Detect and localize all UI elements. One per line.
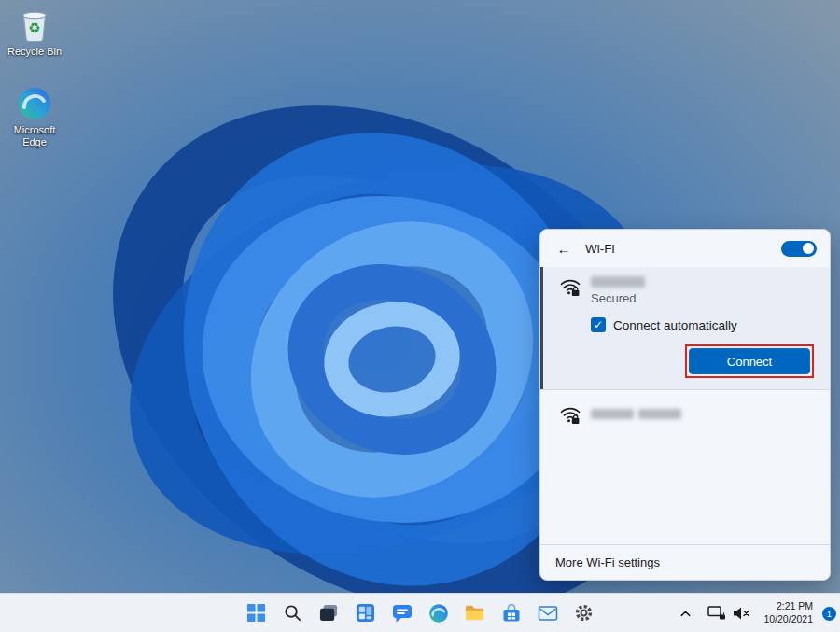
wifi-flyout-panel: ← Wi-Fi Secured [539,229,831,581]
widgets-button[interactable] [350,597,382,629]
tray-chevron-button[interactable] [673,598,698,628]
network-status-label: Secured [591,291,645,305]
network-ssid-redacted [591,409,634,419]
more-wifi-settings-link[interactable]: More Wi-Fi settings [540,544,830,580]
chevron-up-icon [679,607,693,621]
search-icon [283,603,302,623]
network-item-other[interactable] [540,390,830,437]
edge-icon [428,603,449,624]
mail-button[interactable] [532,597,564,629]
start-button[interactable] [241,597,273,629]
mail-icon [538,603,558,624]
network-icon [707,606,726,621]
wifi-toggle-knob [803,243,814,254]
search-button[interactable] [277,597,309,629]
taskbar: 2:21 PM 10/20/2021 1 [0,593,840,632]
widgets-icon [356,603,375,623]
wifi-toggle[interactable] [781,241,817,257]
network-ssid-redacted [591,276,645,288]
network-item-selected[interactable]: Secured ✓ Connect automatically Connect [540,267,830,389]
connect-button[interactable]: Connect [689,348,810,374]
tray-date: 10/20/2021 [763,613,813,626]
task-view-icon [319,603,339,623]
system-tray: 2:21 PM 10/20/2021 1 [673,594,836,632]
desktop-icon-recycle-bin[interactable]: ♻ Recycle Bin [6,7,63,58]
store-icon [501,603,522,624]
volume-muted-icon [732,606,750,621]
back-arrow-icon[interactable]: ← [553,241,574,257]
taskbar-center-icons [241,597,600,629]
start-icon [246,603,266,623]
connect-automatically-checkbox[interactable]: ✓ [591,317,606,332]
desktop-icon-label: Microsoft Edge [6,124,63,147]
network-ssid-redacted [638,409,681,419]
desktop-icon-label: Recycle Bin [7,46,62,58]
settings-button[interactable] [568,597,600,629]
wifi-secured-icon [559,274,581,297]
wifi-panel-header: ← Wi-Fi [540,230,830,267]
file-explorer-icon [464,602,485,624]
wifi-panel-title: Wi-Fi [585,242,614,256]
edge-button[interactable] [423,597,455,629]
tray-time: 2:21 PM [763,600,813,613]
panel-empty-area [540,437,830,544]
settings-gear-icon [573,602,595,624]
network-volume-button[interactable] [702,598,756,628]
desktop-icon-microsoft-edge[interactable]: Microsoft Edge [6,86,63,147]
task-view-button[interactable] [314,597,345,629]
connect-automatically-label: Connect automatically [613,318,737,332]
chat-icon [392,603,413,624]
tray-clock[interactable]: 2:21 PM 10/20/2021 [760,600,817,625]
file-explorer-button[interactable] [459,597,491,629]
wifi-secured-icon [559,402,581,425]
store-button[interactable] [496,597,527,629]
highlight-rectangle: Connect [685,344,814,378]
chat-button[interactable] [386,597,418,629]
svg-text:♻: ♻ [28,21,40,35]
edge-icon [17,86,52,121]
recycle-bin-icon: ♻ [18,7,51,43]
notification-badge[interactable]: 1 [822,607,836,621]
